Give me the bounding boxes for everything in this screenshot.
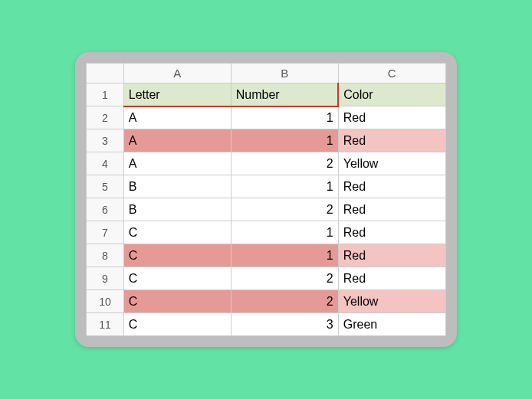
row-header[interactable]: 3 <box>87 129 123 152</box>
cell[interactable]: 1 <box>231 106 338 129</box>
row-header[interactable]: 11 <box>87 313 123 336</box>
cell[interactable]: Green <box>338 313 445 336</box>
cell[interactable]: C <box>123 313 231 336</box>
cell[interactable]: 3 <box>231 313 338 336</box>
cell[interactable]: 2 <box>231 198 338 221</box>
cell[interactable]: 1 <box>231 129 338 152</box>
cell[interactable]: C <box>123 244 231 267</box>
table-row: 8 C 1 Red <box>87 244 445 267</box>
table-row: 5 B 1 Red <box>87 175 445 198</box>
cell[interactable]: Red <box>338 198 445 221</box>
row-header[interactable]: 9 <box>87 267 123 290</box>
cell[interactable]: 2 <box>231 152 338 175</box>
grid: A B C 1 Letter Number Color 2 A 1 Red 3 <box>87 64 446 337</box>
table-row: 7 C 1 Red <box>87 221 445 244</box>
cell[interactable]: 1 <box>231 221 338 244</box>
select-all-corner[interactable] <box>87 64 123 83</box>
table-row: 1 Letter Number Color <box>87 83 445 106</box>
row-header[interactable]: 2 <box>87 106 123 129</box>
column-header-row: A B C <box>87 64 445 83</box>
table-row: 11 C 3 Green <box>87 313 445 336</box>
column-header-A[interactable]: A <box>123 64 231 83</box>
table-row: 2 A 1 Red <box>87 106 445 129</box>
spreadsheet[interactable]: A B C 1 Letter Number Color 2 A 1 Red 3 <box>86 63 446 337</box>
column-header-B[interactable]: B <box>231 64 338 83</box>
row-header[interactable]: 1 <box>87 83 123 106</box>
row-header[interactable]: 7 <box>87 221 123 244</box>
row-header[interactable]: 4 <box>87 152 123 175</box>
cell[interactable]: B <box>123 175 231 198</box>
cell[interactable]: Yellow <box>338 290 445 313</box>
cell[interactable]: Red <box>338 244 445 267</box>
table-row: 9 C 2 Red <box>87 267 445 290</box>
row-header[interactable]: 10 <box>87 290 123 313</box>
cell[interactable]: Red <box>338 221 445 244</box>
column-header-C[interactable]: C <box>338 64 445 83</box>
cell[interactable]: Red <box>338 106 445 129</box>
cell[interactable]: 2 <box>231 290 338 313</box>
cell-A1[interactable]: Letter <box>123 83 231 106</box>
row-header[interactable]: 8 <box>87 244 123 267</box>
cell[interactable]: 2 <box>231 267 338 290</box>
cell[interactable]: C <box>123 290 231 313</box>
table-row: 4 A 2 Yellow <box>87 152 445 175</box>
cell[interactable]: Yellow <box>338 152 445 175</box>
cell[interactable]: Red <box>338 175 445 198</box>
cell[interactable]: B <box>123 198 231 221</box>
cell-C1[interactable]: Color <box>338 83 445 106</box>
cell[interactable]: C <box>123 267 231 290</box>
cell[interactable]: 1 <box>231 175 338 198</box>
row-header[interactable]: 6 <box>87 198 123 221</box>
cell[interactable]: A <box>123 129 231 152</box>
cell[interactable]: A <box>123 106 231 129</box>
table-row: 3 A 1 Red <box>87 129 445 152</box>
row-header[interactable]: 5 <box>87 175 123 198</box>
cell[interactable]: A <box>123 152 231 175</box>
cell[interactable]: Red <box>338 267 445 290</box>
table-row: 6 B 2 Red <box>87 198 445 221</box>
cell[interactable]: C <box>123 221 231 244</box>
cell[interactable]: 1 <box>231 244 338 267</box>
table-row: 10 C 2 Yellow <box>87 290 445 313</box>
window-frame: A B C 1 Letter Number Color 2 A 1 Red 3 <box>75 52 457 348</box>
cell[interactable]: Red <box>338 129 445 152</box>
cell-B1[interactable]: Number <box>231 83 338 106</box>
